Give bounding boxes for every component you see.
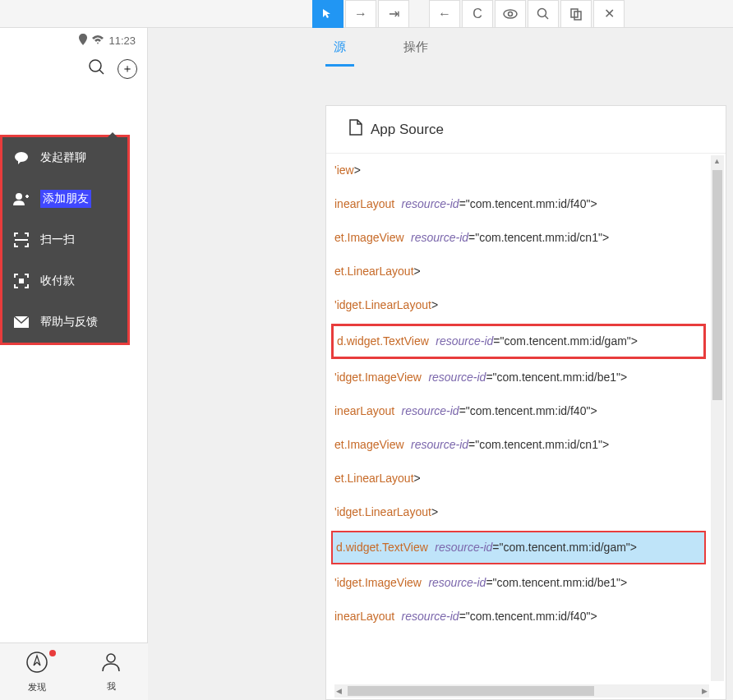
source-line[interactable]: 'idget.ImageView resource-id="com.tencen…	[331, 361, 709, 394]
close-button[interactable]: ✕	[593, 0, 625, 28]
source-line[interactable]: inearLayout resource-id="com.tencent.mm:…	[331, 394, 709, 428]
horizontal-scrollbar[interactable]	[334, 684, 709, 698]
source-line[interactable]: 'iew>	[331, 154, 709, 187]
speech-icon	[12, 149, 30, 167]
svg-point-14	[107, 654, 115, 662]
app-source-panel: App Source 'iew>inearLayout resource-id=…	[325, 105, 726, 700]
nav-discover[interactable]: 发现	[0, 643, 74, 700]
menu-label: 帮助与反馈	[40, 315, 98, 329]
back-button[interactable]: ←	[429, 0, 460, 28]
menu-label: 扫一扫	[40, 233, 75, 247]
phone-preview-panel: 11:23 ＋ 发起群聊 添加朋友 扫一扫	[0, 28, 148, 700]
source-line[interactable]: 'idget.LinearLayout>	[331, 288, 709, 322]
svg-point-1	[509, 12, 513, 16]
location-icon	[79, 34, 87, 48]
menu-label: 发起群聊	[40, 150, 86, 165]
search-button[interactable]	[528, 0, 559, 28]
status-time: 11:23	[108, 35, 136, 47]
svg-rect-11	[19, 279, 24, 283]
search-icon[interactable]	[88, 58, 106, 80]
menu-label: 收付款	[40, 274, 75, 288]
phone-bottom-nav: 发现 我	[0, 642, 148, 700]
nav-label: 发现	[28, 681, 46, 693]
plus-dropdown-menu: 发起群聊 添加朋友 扫一扫 收付款 帮助与反馈	[0, 135, 130, 345]
source-line[interactable]: inearLayout resource-id="com.tencent.mm:…	[331, 600, 709, 633]
nav-label: 我	[107, 680, 116, 693]
svg-point-8	[15, 152, 28, 162]
scrollbar-thumb[interactable]	[712, 170, 722, 400]
copy-button[interactable]	[560, 0, 592, 28]
add-friend-icon	[12, 190, 30, 208]
svg-point-6	[90, 60, 101, 71]
source-tree[interactable]: 'iew>inearLayout resource-id="com.tencen…	[326, 154, 709, 683]
select-tool-button[interactable]	[312, 0, 343, 28]
source-line[interactable]: et.ImageView resource-id="com.tencent.mm…	[331, 221, 709, 255]
main-panel: 源 操作 App Source 'iew>inearLayout resourc…	[148, 28, 733, 700]
menu-item-help[interactable]: 帮助与反馈	[2, 302, 127, 343]
source-line[interactable]: d.widget.TextView resource-id="com.tence…	[331, 324, 706, 359]
svg-point-0	[504, 10, 517, 18]
vertical-scrollbar[interactable]	[711, 155, 724, 681]
menu-item-pay[interactable]: 收付款	[2, 260, 127, 302]
refresh-button[interactable]: C	[462, 0, 493, 28]
menu-item-group-chat[interactable]: 发起群聊	[2, 137, 127, 178]
scrollbar-thumb[interactable]	[348, 686, 594, 696]
tabs: 源 操作	[148, 28, 733, 77]
swipe-button[interactable]: →	[345, 0, 376, 28]
source-header: App Source	[326, 106, 726, 154]
phone-top-icons: ＋	[0, 53, 147, 85]
mail-icon	[12, 313, 30, 331]
source-line[interactable]: d.widget.TextView resource-id="com.tence…	[331, 531, 706, 564]
compass-icon	[25, 651, 48, 679]
nav-me[interactable]: 我	[74, 643, 148, 700]
source-line[interactable]: 'idget.LinearLayout>	[331, 495, 709, 529]
phone-status-bar: 11:23	[0, 28, 147, 53]
svg-point-9	[16, 193, 22, 200]
menu-item-scan[interactable]: 扫一扫	[2, 219, 127, 260]
pay-icon	[12, 272, 30, 290]
source-line[interactable]: et.LinearLayout>	[331, 462, 709, 495]
wifi-icon	[92, 35, 104, 47]
tab-source[interactable]: 源	[334, 39, 346, 67]
source-title: App Source	[371, 122, 444, 138]
source-line[interactable]: inearLayout resource-id="com.tencent.mm:…	[331, 187, 709, 221]
view-button[interactable]	[495, 0, 526, 28]
person-icon	[100, 652, 122, 679]
plus-icon[interactable]: ＋	[118, 59, 137, 79]
source-line[interactable]: et.ImageView resource-id="com.tencent.mm…	[331, 428, 709, 462]
swipe-out-button[interactable]: ⇥	[378, 0, 409, 28]
notification-dot	[49, 650, 56, 656]
source-line[interactable]: et.LinearLayout>	[331, 255, 709, 288]
scan-icon	[12, 231, 30, 249]
menu-label: 添加朋友	[40, 190, 91, 208]
top-toolbar: → ⇥ ← C ✕	[0, 0, 733, 28]
source-line[interactable]: 'idget.ImageView resource-id="com.tencen…	[331, 566, 709, 600]
svg-line-3	[545, 16, 548, 19]
file-icon	[349, 119, 362, 140]
menu-item-add-friend[interactable]: 添加朋友	[2, 178, 127, 219]
tab-actions[interactable]: 操作	[403, 39, 428, 67]
svg-line-7	[99, 70, 104, 74]
